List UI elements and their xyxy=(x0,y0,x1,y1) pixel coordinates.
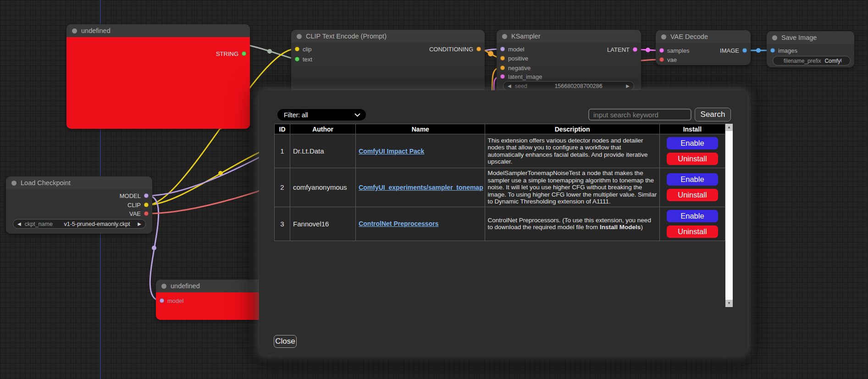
column-header-description: Description xyxy=(485,124,659,134)
slot-dot-conditioning[interactable] xyxy=(476,47,481,51)
node-title: CLIP Text Encode (Prompt) xyxy=(306,33,387,40)
slot-dot-latent[interactable] xyxy=(633,47,637,52)
table-row: 2comfyanonymousComfyUI_experiments/sampl… xyxy=(275,168,725,207)
extension-link[interactable]: ComfyUI_experiments/sampler_tonemap xyxy=(359,184,483,191)
collapse-dot-icon[interactable] xyxy=(772,35,777,40)
wire-midpoint-dot xyxy=(646,48,650,52)
slot-dot-string[interactable] xyxy=(242,51,246,56)
node-undefined-top[interactable]: undefined STRING xyxy=(66,24,250,129)
ckpt-name-widget[interactable]: ◀ ckpt_name v1-5-pruned-emaonly.ckpt ▶ xyxy=(13,219,146,229)
input-slot-text[interactable]: text xyxy=(295,56,312,62)
table-header-row: ID Author Name Description Install xyxy=(275,124,725,134)
filename-prefix-value: ComfyUI xyxy=(824,58,841,64)
output-slot-latent[interactable]: LATENT xyxy=(607,46,637,53)
input-slot-samples[interactable]: samples xyxy=(659,47,689,54)
extension-link[interactable]: ControlNet Preprocessors xyxy=(359,220,438,227)
enable-button[interactable]: Enable xyxy=(667,173,718,186)
collapse-dot-icon[interactable] xyxy=(161,284,166,289)
input-slot-vae[interactable]: vae xyxy=(659,56,677,63)
scroll-up-icon[interactable]: ▲ xyxy=(725,124,733,131)
input-slot-latent-image[interactable]: latent_image xyxy=(500,73,542,80)
wire-midpoint-dot xyxy=(267,49,272,54)
next-arrow-icon[interactable]: ▶ xyxy=(138,222,141,226)
collapse-dot-icon[interactable] xyxy=(72,28,77,33)
search-button[interactable]: Search xyxy=(695,108,731,121)
slot-dot-model[interactable] xyxy=(144,193,149,198)
description-text: ) xyxy=(641,224,643,231)
node-title-bar[interactable]: Load Checkpoint xyxy=(6,176,152,189)
output-slot-conditioning[interactable]: CONDITIONING xyxy=(429,46,481,52)
slot-dot-image[interactable] xyxy=(742,48,747,53)
uninstall-button[interactable]: Uninstall xyxy=(667,225,718,238)
node-save-image[interactable]: Save Image images filename_prefix ComfyU… xyxy=(767,31,854,67)
filename-prefix-widget[interactable]: filename_prefix ComfyUI xyxy=(773,56,851,66)
prev-arrow-icon[interactable]: ◀ xyxy=(17,222,21,226)
description-text: This extension offers various detector n… xyxy=(487,137,647,165)
output-slot-model[interactable]: MODEL xyxy=(120,192,149,199)
output-slot-clip[interactable]: CLIP xyxy=(127,202,149,208)
slot-dot-model[interactable] xyxy=(160,298,164,303)
input-slot-model[interactable]: model xyxy=(500,46,524,52)
node-body: clip text CONDITIONING xyxy=(291,43,485,92)
scrollbar[interactable]: ▲ ▼ xyxy=(725,124,733,307)
output-slot-string[interactable]: STRING xyxy=(216,50,246,57)
slot-dot-clip[interactable] xyxy=(144,203,149,207)
slot-dot-text[interactable] xyxy=(295,57,299,61)
slot-dot-clip[interactable] xyxy=(295,47,299,51)
slot-dot-positive[interactable] xyxy=(500,56,505,60)
collapse-dot-icon[interactable] xyxy=(502,34,507,39)
slot-dot-latent-image[interactable] xyxy=(500,74,505,79)
scrollbar-track[interactable] xyxy=(725,131,733,300)
slot-dot-model[interactable] xyxy=(500,47,505,51)
enable-button[interactable]: Enable xyxy=(667,137,718,149)
uninstall-button[interactable]: Uninstall xyxy=(667,153,718,165)
input-slot-positive[interactable]: positive xyxy=(500,55,528,61)
filter-select[interactable]: Filter: all xyxy=(277,109,366,121)
uninstall-button[interactable]: Uninstall xyxy=(667,189,718,201)
node-title-bar[interactable]: Save Image xyxy=(767,31,854,44)
decrement-arrow-icon[interactable]: ◀ xyxy=(508,84,511,88)
seed-widget[interactable]: ◀ seed 156680208700286 ▶ xyxy=(503,81,634,91)
slot-dot-samples[interactable] xyxy=(659,48,664,53)
collapse-dot-icon[interactable] xyxy=(11,181,17,186)
node-title-bar[interactable]: VAE Decode xyxy=(656,30,751,43)
table-row: 1Dr.Lt.DataComfyUI Impact PackThis exten… xyxy=(275,134,725,168)
node-load-checkpoint[interactable]: Load Checkpoint MODEL CLIP VAE ◀ ckpt_na… xyxy=(6,176,152,234)
input-slot-clip[interactable]: clip xyxy=(295,46,312,52)
slot-dot-images[interactable] xyxy=(770,48,775,53)
comfyui-canvas[interactable]: undefined STRING CLIP Text Encode (Promp… xyxy=(0,0,868,379)
input-slot-negative[interactable]: negative xyxy=(500,65,531,71)
cell-name: ControlNet Preprocessors xyxy=(356,207,485,241)
input-slot-images[interactable]: images xyxy=(770,47,797,54)
enable-button[interactable]: Enable xyxy=(667,210,718,222)
collapse-dot-icon[interactable] xyxy=(297,34,302,39)
input-slot-model[interactable]: model xyxy=(160,297,183,304)
slot-dot-vae[interactable] xyxy=(144,211,149,216)
slot-dot-negative[interactable] xyxy=(500,66,505,70)
scroll-down-icon[interactable]: ▼ xyxy=(725,300,733,307)
slot-dot-vae[interactable] xyxy=(659,57,664,62)
node-ksampler[interactable]: KSampler model positive negative latent_… xyxy=(497,30,641,94)
collapse-dot-icon[interactable] xyxy=(661,34,666,39)
node-title-bar[interactable]: CLIP Text Encode (Prompt) xyxy=(291,30,485,43)
extensions-table: ID Author Name Description Install 1Dr.L… xyxy=(274,124,725,241)
cell-author: comfyanonymous xyxy=(290,168,356,207)
node-title: Load Checkpoint xyxy=(21,179,71,187)
extension-link[interactable]: ComfyUI Impact Pack xyxy=(359,148,424,155)
node-title-bar[interactable]: KSampler xyxy=(497,30,641,43)
node-body: MODEL CLIP VAE ◀ ckpt_name v1-5-pruned-e… xyxy=(6,189,152,234)
output-slot-image[interactable]: IMAGE xyxy=(720,47,747,54)
node-clip-text-encode[interactable]: CLIP Text Encode (Prompt) clip text COND… xyxy=(291,30,485,92)
search-input[interactable] xyxy=(588,109,691,121)
cell-install: EnableUninstall xyxy=(659,134,725,168)
column-header-name: Name xyxy=(356,124,485,134)
column-header-install: Install xyxy=(659,124,725,134)
output-slot-vae[interactable]: VAE xyxy=(129,210,149,217)
node-vae-decode[interactable]: VAE Decode samples vae IMAGE xyxy=(656,30,751,65)
node-title-bar[interactable]: undefined xyxy=(66,24,250,37)
increment-arrow-icon[interactable]: ▶ xyxy=(626,84,630,88)
node-body: samples vae IMAGE xyxy=(656,43,751,65)
close-button[interactable]: Close xyxy=(274,335,297,348)
custom-nodes-manager-dialog: Filter: all Search ID Author Name Descri… xyxy=(259,90,747,355)
cell-name: ComfyUI Impact Pack xyxy=(356,134,485,168)
